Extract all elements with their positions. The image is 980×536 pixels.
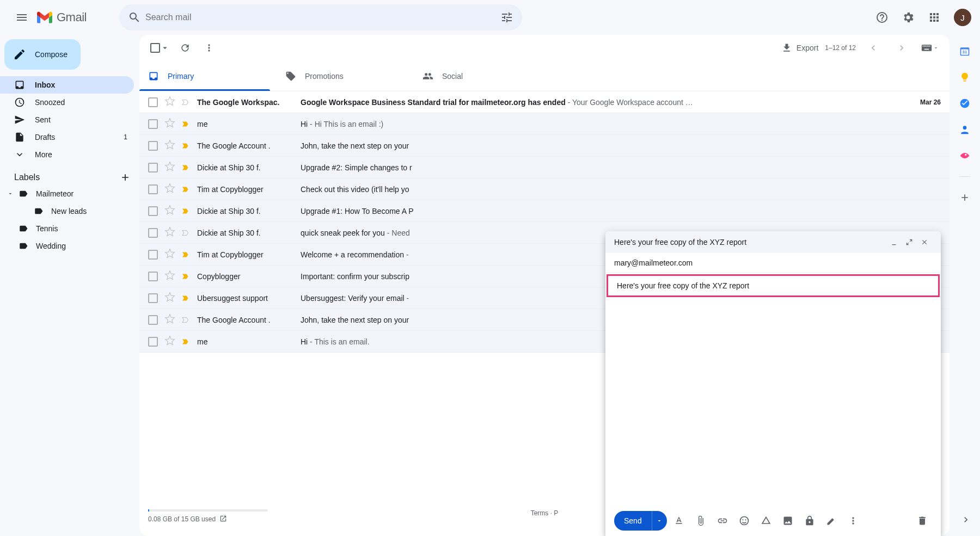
star-button[interactable] — [164, 248, 175, 261]
row-checkbox[interactable] — [148, 337, 159, 347]
open-in-new-icon[interactable] — [219, 515, 227, 522]
importance-marker[interactable] — [181, 315, 192, 325]
search-options-button[interactable] — [496, 7, 518, 28]
add-label-icon[interactable] — [120, 172, 131, 183]
row-checkbox[interactable] — [148, 141, 159, 151]
email-row[interactable]: The Google Account . John, take the next… — [139, 135, 950, 157]
star-button[interactable] — [164, 96, 175, 108]
more-button[interactable] — [198, 37, 220, 59]
hide-panel-button[interactable] — [960, 514, 971, 527]
importance-marker[interactable] — [181, 337, 192, 347]
star-button[interactable] — [164, 292, 175, 304]
nav-snoozed[interactable]: Snoozed — [0, 94, 134, 111]
search-button[interactable] — [124, 7, 145, 28]
send-options-button[interactable] — [652, 511, 667, 531]
email-row[interactable]: The Google Workspac. Google Workspace Bu… — [139, 91, 950, 113]
main-menu-button[interactable] — [9, 4, 35, 30]
mailmeteor-icon[interactable] — [959, 150, 970, 161]
select-all-checkbox[interactable] — [148, 43, 172, 53]
label-mailmeteor[interactable]: Mailmeteor — [0, 185, 139, 202]
row-checkbox[interactable] — [148, 272, 159, 281]
keep-icon[interactable] — [959, 72, 970, 83]
add-addon-icon[interactable] — [959, 192, 970, 203]
row-checkbox[interactable] — [148, 206, 159, 216]
nav-more[interactable]: More — [0, 146, 134, 163]
tab-promotions[interactable]: Promotions — [277, 61, 414, 91]
email-row[interactable]: Dickie at Ship 30 f. Upgrade #1: How To … — [139, 200, 950, 222]
search-input[interactable] — [145, 13, 496, 22]
row-checkbox[interactable] — [148, 163, 159, 172]
star-button[interactable] — [164, 161, 175, 174]
compose-button[interactable]: Compose — [4, 39, 81, 70]
support-button[interactable] — [871, 7, 893, 28]
importance-marker[interactable] — [181, 119, 192, 129]
drive-button[interactable] — [756, 511, 776, 531]
row-checkbox[interactable] — [148, 184, 159, 194]
privacy-link[interactable]: P — [554, 509, 558, 517]
to-field[interactable]: mary@mailmeteor.com — [605, 253, 941, 273]
prev-page-button[interactable] — [862, 37, 884, 59]
importance-marker[interactable] — [181, 163, 192, 172]
send-button[interactable]: Send — [614, 511, 667, 531]
formatting-button[interactable] — [669, 511, 689, 531]
row-checkbox[interactable] — [148, 250, 159, 260]
email-row[interactable]: Dickie at Ship 30 f. Upgrade #2: Simple … — [139, 157, 950, 178]
star-button[interactable] — [164, 335, 175, 348]
export-button[interactable]: Export — [781, 42, 818, 53]
star-button[interactable] — [164, 226, 175, 239]
row-checkbox[interactable] — [148, 293, 159, 303]
contacts-icon[interactable] — [959, 124, 970, 135]
email-row[interactable]: me Hi - Hi This is an email :) — [139, 113, 950, 135]
minimize-button[interactable] — [886, 238, 902, 246]
signature-button[interactable] — [822, 511, 841, 531]
importance-marker[interactable] — [181, 97, 192, 107]
importance-marker[interactable] — [181, 293, 192, 303]
row-checkbox[interactable] — [148, 97, 159, 107]
account-avatar[interactable]: J — [954, 9, 971, 26]
row-checkbox[interactable] — [148, 119, 159, 129]
confidential-button[interactable] — [800, 511, 819, 531]
compose-body[interactable] — [605, 298, 941, 506]
label-tennis[interactable]: Tennis — [0, 220, 139, 237]
subject-field[interactable]: Here's your free copy of the XYZ report — [607, 274, 940, 297]
importance-marker[interactable] — [181, 141, 192, 151]
star-button[interactable] — [164, 313, 175, 326]
terms-link[interactable]: Terms — [531, 509, 549, 517]
star-button[interactable] — [164, 205, 175, 217]
close-compose-button[interactable] — [917, 238, 932, 246]
apps-button[interactable] — [923, 7, 945, 28]
settings-button[interactable] — [897, 7, 919, 28]
image-button[interactable] — [778, 511, 798, 531]
label-new-leads[interactable]: New leads — [0, 202, 139, 220]
search-box[interactable] — [119, 4, 522, 30]
calendar-icon[interactable]: 31 — [959, 46, 970, 57]
more-options-button[interactable] — [843, 511, 863, 531]
star-button[interactable] — [164, 118, 175, 130]
link-button[interactable] — [713, 511, 732, 531]
email-row[interactable]: Tim at Copyblogger Check out this video … — [139, 178, 950, 200]
star-button[interactable] — [164, 139, 175, 152]
gmail-logo[interactable]: Gmail — [37, 10, 87, 24]
importance-marker[interactable] — [181, 250, 192, 260]
importance-marker[interactable] — [181, 272, 192, 281]
label-wedding[interactable]: Wedding — [0, 237, 139, 255]
importance-marker[interactable] — [181, 184, 192, 194]
next-page-button[interactable] — [891, 37, 912, 59]
nav-inbox[interactable]: Inbox — [0, 76, 134, 94]
nav-drafts[interactable]: Drafts1 — [0, 128, 134, 146]
tab-primary[interactable]: Primary — [139, 61, 277, 91]
refresh-button[interactable] — [174, 37, 196, 59]
tasks-icon[interactable] — [959, 98, 970, 109]
discard-button[interactable] — [912, 511, 932, 531]
attach-button[interactable] — [691, 511, 710, 531]
compose-header[interactable]: Here's your free copy of the XYZ report — [605, 231, 941, 253]
tab-social[interactable]: Social — [414, 61, 551, 91]
fullscreen-button[interactable] — [902, 238, 917, 246]
importance-marker[interactable] — [181, 228, 192, 238]
star-button[interactable] — [164, 183, 175, 195]
emoji-button[interactable] — [734, 511, 754, 531]
row-checkbox[interactable] — [148, 228, 159, 238]
importance-marker[interactable] — [181, 206, 192, 216]
input-tools-button[interactable] — [919, 37, 941, 59]
star-button[interactable] — [164, 270, 175, 282]
